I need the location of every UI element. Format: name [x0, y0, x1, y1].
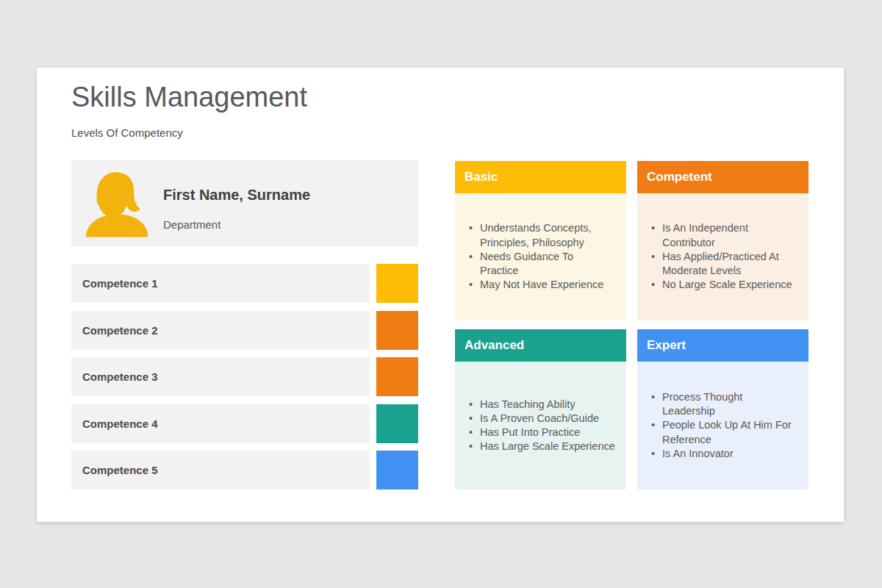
level-header: Expert — [637, 329, 808, 362]
level-header: Advanced — [455, 329, 626, 362]
profile-department: Department — [163, 218, 310, 232]
level-panel: Expert Process Thought LeadershipPeople … — [637, 329, 808, 490]
competence-row: Competence 5 — [71, 451, 418, 490]
level-body: Has Teaching AbilityIs A Proven Coach/Gu… — [455, 362, 626, 490]
profile-text: First Name, Surname Department — [163, 187, 310, 232]
competence-label: Competence 3 — [71, 357, 370, 396]
level-title: Expert — [647, 338, 686, 353]
level-header: Basic — [455, 161, 626, 193]
competence-color-swatch — [376, 311, 418, 350]
level-points: Is An Independent ContributorHas Applied… — [647, 221, 792, 292]
level-point: Is An Independent Contributor — [647, 221, 792, 249]
level-point: No Large Scale Experience — [647, 278, 792, 292]
level-body: Is An Independent ContributorHas Applied… — [637, 193, 808, 320]
level-points: Has Teaching AbilityIs A Proven Coach/Gu… — [465, 398, 615, 454]
competence-row: Competence 3 — [71, 357, 418, 396]
competence-row: Competence 1 — [71, 264, 418, 303]
level-title: Advanced — [465, 338, 524, 353]
level-title: Basic — [465, 170, 498, 184]
person-icon — [82, 169, 152, 237]
competence-label: Competence 1 — [71, 264, 370, 303]
level-point: Process Thought Leadership — [647, 390, 792, 418]
competence-color-swatch — [376, 357, 418, 396]
levels-grid: Basic Understands Concepts, Principles, … — [455, 161, 808, 490]
level-points: Process Thought LeadershipPeople Look Up… — [647, 390, 792, 461]
level-panel: Advanced Has Teaching AbilityIs A Proven… — [455, 329, 626, 490]
page-subtitle: Levels Of Competency — [71, 126, 183, 140]
competence-label: Competence 2 — [71, 311, 370, 350]
level-point: Has Teaching Ability — [465, 398, 615, 412]
level-points: Understands Concepts, Principles, Philos… — [465, 221, 603, 292]
profile-name: First Name, Surname — [163, 187, 310, 203]
slide-card: Skills Management Levels Of Competency F… — [37, 68, 844, 522]
level-point: Understands Concepts, Principles, Philos… — [465, 221, 603, 249]
level-point: Has Put Into Practice — [465, 426, 615, 440]
level-panel: Competent Is An Independent ContributorH… — [637, 161, 808, 320]
level-panel: Basic Understands Concepts, Principles, … — [455, 161, 626, 320]
level-point: Is An Innovator — [647, 447, 792, 461]
level-body: Process Thought LeadershipPeople Look Up… — [637, 362, 808, 490]
level-point: Has Applied/Practiced At Moderate Levels — [647, 250, 792, 278]
level-point: People Look Up At Him For Reference — [647, 418, 792, 446]
page-title: Skills Management — [71, 81, 307, 113]
level-point: May Not Have Experience — [465, 278, 603, 292]
level-body: Understands Concepts, Principles, Philos… — [455, 193, 626, 320]
competence-label: Competence 5 — [71, 451, 370, 490]
profile-card: First Name, Surname Department — [71, 160, 418, 246]
competence-label: Competence 4 — [71, 404, 370, 443]
level-point: Is A Proven Coach/Guide — [465, 412, 615, 426]
level-point: Needs Guidance To Practice — [465, 250, 603, 278]
competence-color-swatch — [376, 451, 418, 490]
competence-list: Competence 1 Competence 2 Competence 3 C… — [71, 264, 418, 490]
level-header: Competent — [637, 161, 808, 193]
competence-color-swatch — [376, 404, 418, 443]
level-point: Has Large Scale Experience — [465, 440, 615, 453]
level-title: Competent — [647, 170, 712, 184]
competence-row: Competence 2 — [71, 311, 418, 350]
competence-row: Competence 4 — [71, 404, 418, 443]
competence-color-swatch — [376, 264, 418, 303]
